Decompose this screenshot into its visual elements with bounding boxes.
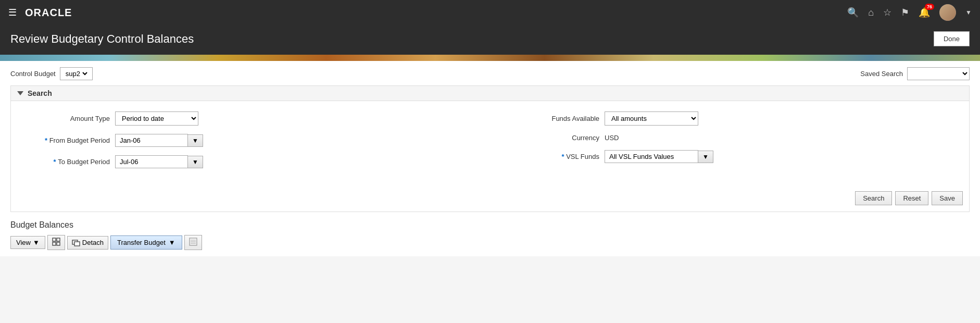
banner-strip [0,55,980,61]
vsl-funds-input-group: ▼ [605,150,713,163]
top-nav-right: 🔍 ⌂ ☆ ⚑ 🔔 76 ▼ [847,4,972,21]
saved-search-row: Saved Search [860,67,970,80]
saved-search-select[interactable] [907,67,970,80]
control-budget-label: Control Budget [10,70,56,78]
budget-balances-title: Budget Balances [10,220,970,230]
currency-value: USD [605,134,619,142]
grid-icon-button[interactable] [47,235,65,250]
to-budget-period-row: To Budget Period ▼ [27,155,464,168]
vsl-funds-row: VSL Funds ▼ [516,150,953,163]
amount-type-label: Amount Type [27,115,110,122]
avatar-image [939,4,956,21]
grid-icon [52,238,60,246]
detach-icon [72,239,80,247]
budget-balances-section: Budget Balances View ▼ [10,220,970,250]
funds-available-select[interactable]: All amounts Positive amounts Negative am… [605,111,698,126]
top-nav-left: ☰ ORACLE [8,7,72,19]
saved-search-label: Saved Search [860,70,903,78]
page-title: Review Budgetary Control Balances [10,32,194,46]
flag-icon[interactable]: ⚑ [901,7,909,18]
svg-rect-5 [74,242,80,246]
vsl-funds-dropdown-btn[interactable]: ▼ [698,151,713,163]
control-budget-select[interactable]: sup2 [60,67,93,80]
vsl-funds-label: VSL Funds [516,153,599,160]
to-budget-period-label: To Budget Period [27,158,110,166]
from-budget-period-input[interactable] [115,134,188,147]
view-label: View [16,239,31,246]
search-title: Search [28,89,52,97]
detach-label: Detach [82,239,104,246]
svg-rect-3 [57,242,60,245]
export-icon [189,238,197,246]
budget-toolbar: View ▼ Detach [10,235,970,250]
left-form-section: Amount Type Period to date Year to date … [27,111,464,177]
content-area: Control Budget sup2 Saved Search Search [0,61,980,256]
from-budget-period-label: From Budget Period [27,136,110,144]
from-budget-period-row: From Budget Period ▼ [27,134,464,147]
home-icon[interactable]: ⌂ [868,7,874,18]
transfer-budget-button[interactable]: Transfer Budget ▼ [110,235,182,250]
view-button[interactable]: View ▼ [10,236,45,249]
oracle-logo: ORACLE [25,7,72,19]
save-button[interactable]: Save [932,191,963,205]
search-body: Amount Type Period to date Year to date … [11,101,969,187]
transfer-budget-dropdown-icon: ▼ [169,239,175,246]
detach-button[interactable]: Detach [67,236,108,250]
notification-badge: 76 [925,4,934,10]
from-budget-period-input-group: ▼ [115,134,203,147]
search-section: Search Amount Type Period to date Year t… [10,85,970,212]
search-section-header[interactable]: Search [11,86,969,101]
currency-row: Currency USD [516,134,953,142]
from-budget-period-dropdown-btn[interactable]: ▼ [187,134,203,147]
to-budget-period-dropdown-btn[interactable]: ▼ [187,156,203,168]
vsl-funds-input[interactable] [605,150,698,163]
avatar[interactable] [939,4,956,21]
control-budget-left: Control Budget sup2 [10,67,93,80]
right-form-section: Funds Available All amounts Positive amo… [485,111,953,177]
currency-label: Currency [516,134,599,142]
control-budget-dropdown[interactable]: sup2 [64,69,89,78]
export-icon-button[interactable] [184,235,202,250]
svg-rect-0 [53,238,56,241]
control-budget-row: Control Budget sup2 Saved Search [10,67,970,80]
search-icon[interactable]: 🔍 [847,7,859,18]
to-budget-period-input[interactable] [115,155,188,168]
search-button-row: Search Reset Save [11,187,969,212]
search-button[interactable]: Search [855,191,892,205]
avatar-chevron-icon[interactable]: ▼ [965,9,972,16]
star-icon[interactable]: ☆ [883,7,891,18]
top-navigation: ☰ ORACLE 🔍 ⌂ ☆ ⚑ 🔔 76 ▼ [0,0,980,25]
done-button[interactable]: Done [934,31,970,46]
hamburger-icon[interactable]: ☰ [8,7,17,18]
view-dropdown-icon: ▼ [33,239,40,246]
bell-icon[interactable]: 🔔 76 [919,7,930,18]
svg-rect-2 [53,242,56,245]
collapse-icon [17,91,23,95]
page-header: Review Budgetary Control Balances Done [0,25,980,55]
transfer-budget-label: Transfer Budget [117,239,166,246]
to-budget-period-input-group: ▼ [115,155,203,168]
reset-button[interactable]: Reset [895,191,928,205]
svg-rect-1 [57,238,60,241]
amount-type-select[interactable]: Period to date Year to date Inception to… [115,111,198,126]
amount-type-row: Amount Type Period to date Year to date … [27,111,464,126]
funds-available-label: Funds Available [516,115,599,122]
funds-available-row: Funds Available All amounts Positive amo… [516,111,953,126]
